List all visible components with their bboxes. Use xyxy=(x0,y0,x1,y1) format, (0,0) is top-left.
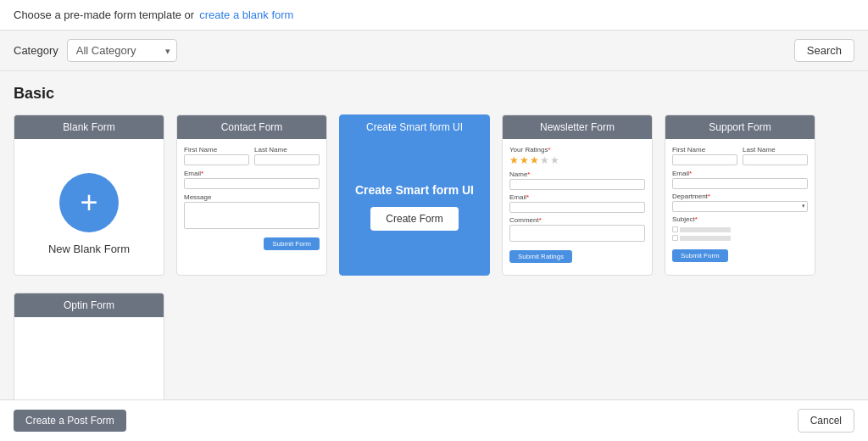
card-blank[interactable]: Blank Form + New Blank Form xyxy=(14,114,164,276)
section-title: Basic xyxy=(14,85,854,103)
card-optin[interactable]: Optin Form xyxy=(14,293,164,403)
support-mini-form: First Name Last Name Email* Departme xyxy=(672,146,808,262)
newsletter-submit-btn: Submit Ratings xyxy=(509,250,572,263)
intro-text: Choose a pre-made form template or xyxy=(14,8,194,21)
category-select-wrapper: All Category xyxy=(67,39,177,62)
plus-icon: + xyxy=(80,187,97,218)
card-blank-header: Blank Form xyxy=(14,115,164,139)
card-support-header: Support Form xyxy=(665,115,815,139)
blank-form-label: New Blank Form xyxy=(48,243,130,255)
search-button[interactable]: Search xyxy=(794,39,854,62)
card-newsletter-body: Your Ratings* ★ ★ ★ ★ ★ Name* xyxy=(503,139,652,275)
form-grid-second: Optin Form xyxy=(14,293,854,403)
category-select[interactable]: All Category xyxy=(67,39,177,62)
bottom-bar: Create a Post Form Cancel xyxy=(0,399,868,441)
support-submit-btn: Submit Form xyxy=(672,249,728,262)
smart-form-label: Create Smart form UI xyxy=(355,183,474,197)
card-smart-header: Create Smart form UI xyxy=(340,115,489,139)
card-smart-body: Create Smart form UI Create Form xyxy=(340,139,489,275)
card-contact[interactable]: Contact Form First Name Last Name xyxy=(176,114,327,276)
cancel-btn[interactable]: Cancel xyxy=(798,409,854,433)
contact-submit-btn: Submit Form xyxy=(264,237,320,250)
card-optin-body xyxy=(14,317,164,402)
card-newsletter[interactable]: Newsletter Form Your Ratings* ★ ★ ★ ★ ★ xyxy=(502,114,653,276)
card-contact-header: Contact Form xyxy=(177,115,326,139)
card-support[interactable]: Support Form First Name Last Name xyxy=(665,114,815,276)
newsletter-mini-form: Your Ratings* ★ ★ ★ ★ ★ Name* xyxy=(509,146,645,263)
top-bar: Choose a pre-made form template or creat… xyxy=(0,0,868,31)
form-grid-basic: Blank Form + New Blank Form Contact Form… xyxy=(14,114,854,276)
card-support-body: First Name Last Name Email* Departme xyxy=(665,139,815,275)
filter-bar: Category All Category Search xyxy=(0,31,868,71)
category-label: Category xyxy=(14,44,58,57)
blank-form-icon: + xyxy=(59,173,119,232)
create-blank-link[interactable]: create a blank form xyxy=(199,8,293,21)
card-smart[interactable]: Create Smart form UI Create Smart form U… xyxy=(339,114,490,276)
create-post-form-btn[interactable]: Create a Post Form xyxy=(14,410,126,432)
contact-mini-form: First Name Last Name Email* Message xyxy=(184,146,320,250)
card-contact-body: First Name Last Name Email* Message xyxy=(177,139,326,275)
main-content: Basic Blank Form + New Blank Form Contac… xyxy=(0,71,868,441)
card-blank-body: + New Blank Form xyxy=(14,139,164,275)
create-form-btn[interactable]: Create Form xyxy=(370,207,458,231)
card-optin-header: Optin Form xyxy=(14,293,164,317)
card-newsletter-header: Newsletter Form xyxy=(503,115,652,139)
